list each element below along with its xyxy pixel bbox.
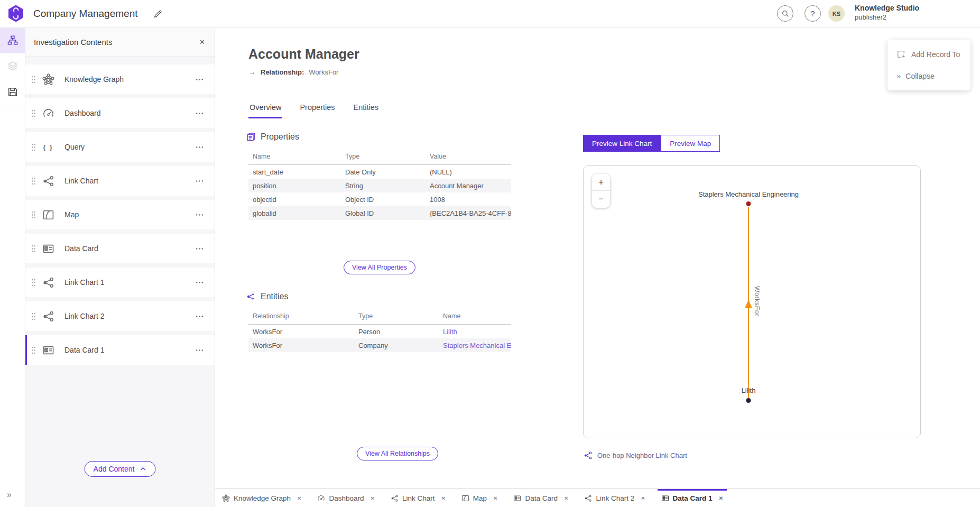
section-title-text: Entities (261, 292, 288, 301)
tab-close-icon[interactable]: ✕ (441, 495, 445, 501)
tab-close-icon[interactable]: ✕ (719, 495, 723, 501)
open-views-tabbar: Knowledge Graph ✕ Dashboard ✕ Link Chart… (215, 488, 980, 507)
contents-item-link-chart-2[interactable]: Link Chart 2 (25, 301, 215, 331)
bottom-tab-link-chart-2[interactable]: Link Chart 2 ✕ (584, 489, 645, 507)
close-panel-button[interactable]: ✕ (198, 37, 206, 47)
knowledge-graph-icon (222, 494, 230, 502)
add-content-button[interactable]: Add Content (85, 461, 156, 477)
table-row[interactable]: WorksFor Person Lilith (248, 325, 511, 339)
drag-handle-icon[interactable] (31, 244, 36, 253)
menu-item-add-record-to[interactable]: Add Record To (887, 43, 970, 65)
drag-handle-icon[interactable] (31, 278, 36, 287)
avatar[interactable]: KS (828, 5, 845, 22)
table-row[interactable]: start_date Date Only (NULL) (248, 165, 511, 179)
plus-icon: + (598, 177, 604, 187)
view-all-properties-button[interactable]: View All Properties (344, 261, 415, 274)
bottom-tab-data-card[interactable]: Data Card ✕ (513, 489, 568, 507)
drag-handle-icon[interactable] (31, 143, 36, 152)
tab-entities[interactable]: Entities (353, 102, 380, 118)
ellipsis-icon (195, 109, 204, 118)
more-options-button[interactable] (194, 311, 205, 322)
zoom-out-button[interactable]: − (592, 191, 610, 208)
tab-properties[interactable]: Properties (299, 102, 336, 118)
table-row[interactable]: objectid Object ID 1008 (248, 192, 511, 206)
data-card-icon (42, 344, 54, 356)
tab-label: Dashboard (329, 494, 364, 502)
contents-list: Knowledge Graph Dashboard { } Query Link… (25, 57, 215, 365)
table-row[interactable]: WorksFor Company Staplers Mechanical Eng… (248, 338, 511, 352)
column-header: Name (248, 149, 341, 165)
drag-handle-icon[interactable] (31, 177, 36, 186)
property-name: objectid (248, 192, 341, 206)
contents-panel-header: Investigation Contents ✕ (25, 27, 215, 57)
contents-item-link-chart[interactable]: Link Chart (25, 166, 215, 196)
table-row[interactable]: globalid Global ID {BEC2A1B4-BA25-4CFF-8… (248, 206, 511, 220)
entity-link-staplers[interactable]: Staplers Mechanical Eng... (443, 342, 511, 349)
more-options-button[interactable] (194, 209, 205, 220)
collapse-chevrons-icon: » (896, 71, 900, 80)
property-type: Object ID (341, 192, 426, 206)
record-subtitle: → Relationship: WorksFor (248, 68, 338, 76)
investigation-title: Company Management (33, 0, 138, 27)
link-chart-preview[interactable]: + − Staplers Mechanical Engineering Work… (583, 165, 921, 438)
dashboard-icon (42, 107, 54, 119)
tab-overview[interactable]: Overview (248, 102, 282, 118)
drag-handle-icon[interactable] (31, 346, 36, 355)
contents-item-map[interactable]: Map (25, 200, 215, 229)
app-header: Company Management ? KS Knowledge Studio… (0, 0, 980, 28)
properties-section-title: Properties (246, 132, 299, 142)
edit-title-button[interactable] (153, 8, 163, 19)
search-button[interactable] (777, 5, 793, 22)
tab-close-icon[interactable]: ✕ (564, 495, 568, 501)
drag-handle-icon[interactable] (31, 312, 36, 321)
preview-map-button[interactable]: Preview Map (661, 135, 720, 152)
tab-close-icon[interactable]: ✕ (641, 495, 645, 501)
drag-handle-icon[interactable] (31, 75, 36, 84)
contents-item-data-card-1[interactable]: Data Card 1 (25, 335, 215, 365)
entity-type: Person (354, 325, 439, 339)
expand-panel-button[interactable]: » (7, 490, 11, 500)
contents-item-query[interactable]: { } Query (25, 132, 215, 162)
rail-item-save[interactable] (0, 79, 25, 105)
drag-handle-icon[interactable] (31, 109, 36, 118)
tab-close-icon[interactable]: ✕ (493, 495, 497, 501)
bottom-tab-knowledge-graph[interactable]: Knowledge Graph ✕ (222, 489, 301, 507)
rail-item-layers[interactable] (0, 53, 25, 79)
preview-link-chart-button[interactable]: Preview Link Chart (583, 135, 661, 152)
more-options-button[interactable] (194, 74, 205, 85)
more-options-button[interactable] (194, 142, 205, 153)
zoom-controls: + − (592, 174, 610, 208)
zoom-in-button[interactable]: + (592, 174, 610, 191)
more-options-button[interactable] (194, 108, 205, 119)
table-row[interactable]: position String Account Manager (248, 179, 511, 192)
more-options-button[interactable] (194, 243, 205, 254)
contents-item-link-chart-1[interactable]: Link Chart 1 (25, 268, 215, 297)
tab-close-icon[interactable]: ✕ (297, 495, 301, 501)
entity-type: Company (354, 338, 439, 352)
view-all-relationships-button[interactable]: View All Relationships (357, 447, 438, 460)
rail-item-investigation-contents[interactable] (0, 27, 25, 53)
tab-label: Data Card (525, 494, 558, 502)
more-options-button[interactable] (194, 345, 205, 356)
relationship-value: WorksFor (309, 68, 338, 76)
bottom-tab-dashboard[interactable]: Dashboard ✕ (317, 489, 374, 507)
contents-item-knowledge-graph[interactable]: Knowledge Graph (25, 64, 215, 94)
more-options-button[interactable] (194, 176, 205, 187)
contents-item-dashboard[interactable]: Dashboard (25, 98, 215, 128)
chart-node-company[interactable] (746, 201, 751, 206)
bottom-tab-data-card-1[interactable]: Data Card 1 ✕ (661, 489, 723, 507)
contents-item-label: Link Chart (64, 177, 194, 185)
bottom-tab-map[interactable]: Map ✕ (461, 489, 498, 507)
column-header: Relationship (248, 309, 354, 325)
more-options-button[interactable] (194, 277, 205, 288)
chart-node-person[interactable] (746, 398, 751, 403)
drag-handle-icon[interactable] (31, 210, 36, 219)
help-button[interactable]: ? (805, 5, 821, 22)
contents-item-data-card[interactable]: Data Card (25, 234, 215, 263)
ellipsis-icon (195, 278, 204, 287)
bottom-tab-link-chart[interactable]: Link Chart ✕ (391, 489, 446, 507)
menu-item-collapse[interactable]: » Collapse (887, 65, 970, 87)
entity-link-lilith[interactable]: Lilith (443, 328, 457, 336)
tab-close-icon[interactable]: ✕ (371, 495, 375, 501)
minus-icon: − (598, 194, 604, 204)
